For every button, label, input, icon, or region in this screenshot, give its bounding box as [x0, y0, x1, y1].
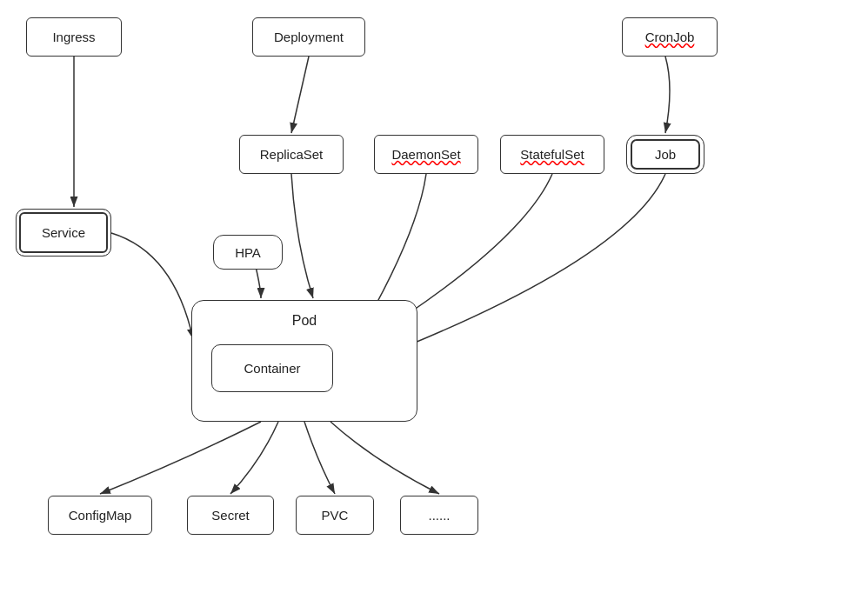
- pod-label: Pod: [292, 313, 317, 329]
- service-node: Service: [16, 209, 111, 257]
- container-label: Container: [244, 361, 300, 376]
- hpa-label: HPA: [235, 245, 261, 260]
- pvc-label: PVC: [322, 508, 349, 523]
- service-label: Service: [42, 225, 85, 240]
- configmap-node: ConfigMap: [48, 496, 152, 535]
- deployment-node: Deployment: [252, 17, 365, 57]
- daemonset-label: DaemonSet: [391, 147, 460, 162]
- dots-node: ......: [400, 496, 478, 535]
- dots-label: ......: [428, 508, 450, 523]
- cronjob-node: CronJob: [622, 17, 718, 57]
- statefulset-node: StatefulSet: [500, 135, 604, 174]
- hpa-node: HPA: [213, 235, 283, 270]
- replicaset-node: ReplicaSet: [239, 135, 344, 174]
- kubernetes-diagram: Ingress Service Deployment ReplicaSet Da…: [0, 0, 868, 593]
- secret-label: Secret: [211, 508, 249, 523]
- replicaset-label: ReplicaSet: [260, 147, 324, 162]
- ingress-label: Ingress: [52, 30, 95, 44]
- job-node: Job: [626, 135, 704, 174]
- deployment-label: Deployment: [274, 30, 344, 44]
- job-label: Job: [655, 147, 676, 162]
- container-node: Container: [211, 344, 333, 392]
- daemonset-node: DaemonSet: [374, 135, 478, 174]
- cronjob-label: CronJob: [645, 30, 695, 44]
- statefulset-label: StatefulSet: [520, 147, 584, 162]
- configmap-label: ConfigMap: [69, 508, 132, 523]
- pvc-node: PVC: [296, 496, 374, 535]
- secret-node: Secret: [187, 496, 274, 535]
- ingress-node: Ingress: [26, 17, 122, 57]
- pod-node: Pod Container: [191, 300, 417, 422]
